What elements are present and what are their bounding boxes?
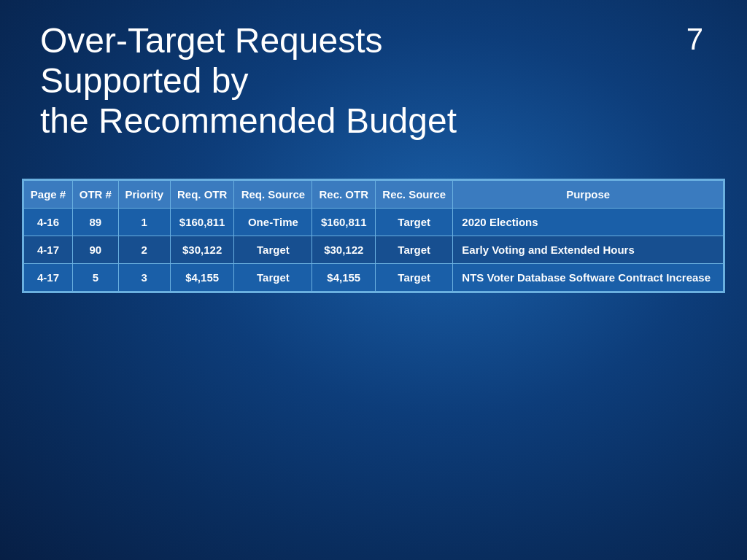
col-header-priority: Priority: [118, 181, 170, 209]
cell-rec_otr-1: $30,122: [312, 236, 376, 264]
col-header-rec-source: Rec. Source: [376, 181, 453, 209]
cell-req_source-1: Target: [234, 236, 312, 264]
cell-page-2: 4-17: [24, 264, 73, 292]
cell-req_otr-1: $30,122: [170, 236, 233, 264]
cell-purpose-0: 2020 Elections: [453, 209, 724, 236]
table-row: 4-17902$30,122Target$30,122TargetEarly V…: [24, 236, 724, 264]
table-header-row: Page # OTR # Priority Req. OTR Req. Sour…: [24, 181, 724, 209]
cell-req_source-2: Target: [234, 264, 312, 292]
col-header-req-otr: Req. OTR: [170, 181, 233, 209]
cell-rec_source-2: Target: [376, 264, 453, 292]
col-header-page: Page #: [24, 181, 73, 209]
slide-number: 7: [686, 22, 703, 57]
cell-purpose-2: NTS Voter Database Software Contract Inc…: [453, 264, 724, 292]
col-header-otr: OTR #: [72, 181, 118, 209]
col-header-req-source: Req. Source: [234, 181, 312, 209]
cell-otr-0: 89: [72, 209, 118, 236]
cell-otr-1: 90: [72, 236, 118, 264]
cell-rec_otr-2: $4,155: [312, 264, 376, 292]
table-row: 4-16891$160,811One-Time$160,811Target202…: [24, 209, 724, 236]
cell-priority-0: 1: [118, 209, 170, 236]
cell-otr-2: 5: [72, 264, 118, 292]
cell-req_otr-0: $160,811: [170, 209, 233, 236]
cell-req_otr-2: $4,155: [170, 264, 233, 292]
cell-priority-1: 2: [118, 236, 170, 264]
title-line1: Over-Target Requests: [40, 21, 383, 60]
title-line2: Supported by: [40, 61, 249, 100]
col-header-purpose: Purpose: [453, 181, 724, 209]
cell-priority-2: 3: [118, 264, 170, 292]
cell-page-0: 4-16: [24, 209, 73, 236]
col-header-rec-otr: Rec. OTR: [312, 181, 376, 209]
cell-page-1: 4-17: [24, 236, 73, 264]
data-table: Page # OTR # Priority Req. OTR Req. Sour…: [22, 179, 725, 293]
cell-rec_source-0: Target: [376, 209, 453, 236]
cell-rec_otr-0: $160,811: [312, 209, 376, 236]
cell-req_source-0: One-Time: [234, 209, 312, 236]
slide-title: Over-Target Requests Supported by the Re…: [40, 20, 457, 141]
table-row: 4-1753$4,155Target$4,155TargetNTS Voter …: [24, 264, 724, 292]
cell-purpose-1: Early Voting and Extended Hours: [453, 236, 724, 264]
title-line3: the Recommended Budget: [40, 101, 457, 140]
cell-rec_source-1: Target: [376, 236, 453, 264]
